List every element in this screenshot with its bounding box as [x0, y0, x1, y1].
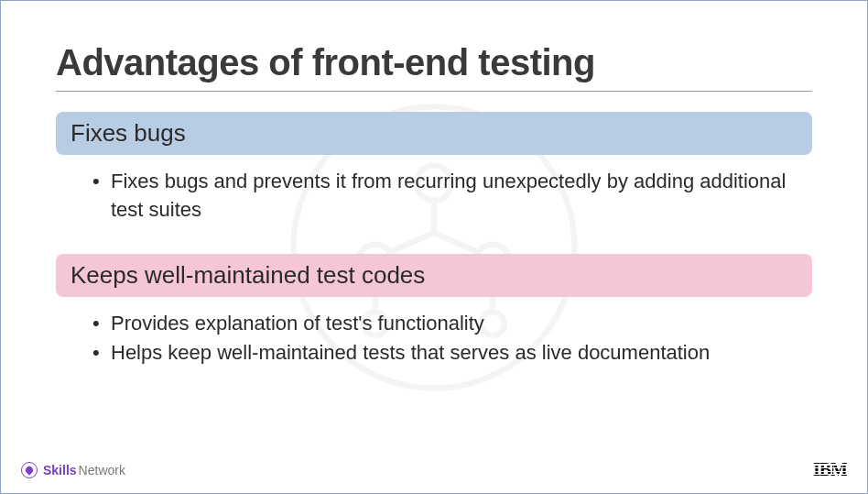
- slide-footer: SkillsNetwork IBM: [1, 459, 867, 480]
- network-label: Network: [79, 463, 125, 478]
- section-header-maintained-tests: Keeps well-maintained test codes: [56, 254, 812, 297]
- slide-title: Advantages of front-end testing: [56, 42, 812, 92]
- bullet-item: Helps keep well-maintained tests that se…: [92, 339, 812, 368]
- brand-text: SkillsNetwork: [43, 462, 125, 478]
- skills-network-brand: SkillsNetwork: [21, 462, 125, 478]
- section-header-fixes-bugs: Fixes bugs: [56, 112, 812, 155]
- bullet-item: Fixes bugs and prevents it from recurrin…: [92, 168, 812, 225]
- skills-label: Skills: [43, 463, 77, 478]
- bullet-item: Provides explanation of test's functiona…: [92, 310, 812, 338]
- bullet-list-maintained-tests: Provides explanation of test's functiona…: [56, 310, 812, 368]
- skills-network-icon: [21, 462, 38, 478]
- bullet-list-fixes-bugs: Fixes bugs and prevents it from recurrin…: [56, 168, 812, 225]
- ibm-logo: IBM: [813, 459, 847, 480]
